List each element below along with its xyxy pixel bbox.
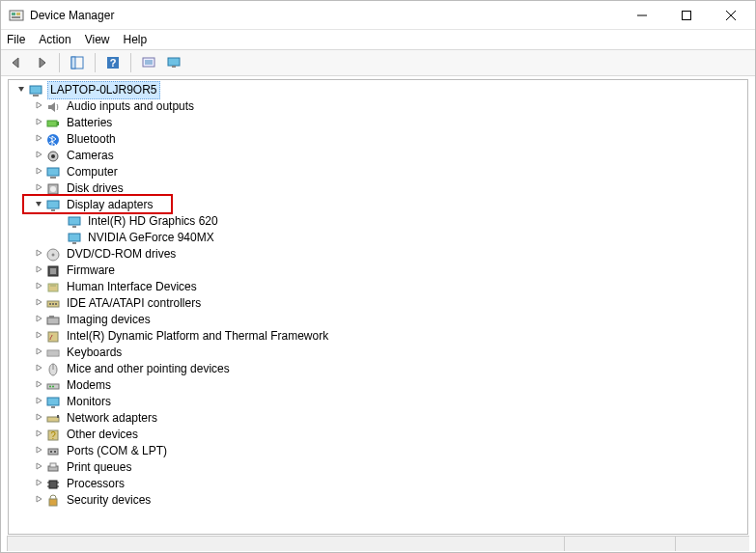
tree-item-battery[interactable]: Batteries (13, 115, 747, 131)
tree-item-network[interactable]: Network adapters (13, 410, 747, 427)
expand-icon[interactable] (32, 279, 45, 295)
expand-icon[interactable] (32, 164, 45, 180)
svg-rect-16 (30, 86, 42, 94)
expand-icon[interactable] (32, 295, 45, 312)
expand-icon[interactable] (32, 476, 45, 492)
expand-icon[interactable] (32, 459, 45, 476)
svg-point-41 (52, 303, 54, 305)
menu-help[interactable]: Help (124, 33, 148, 46)
tree-item-other[interactable]: ?Other devices (13, 427, 747, 443)
tree-item-printer[interactable]: Print queues (13, 459, 747, 476)
svg-rect-60 (48, 449, 58, 455)
svg-point-20 (47, 134, 59, 146)
expand-icon[interactable] (32, 410, 45, 427)
expand-icon[interactable] (32, 98, 45, 115)
expand-icon[interactable] (32, 443, 45, 459)
help-button[interactable]: ? (101, 52, 125, 73)
svg-point-22 (51, 154, 55, 158)
svg-rect-45 (48, 332, 58, 342)
collapse-icon[interactable] (32, 197, 45, 213)
tree-item-imaging[interactable]: Imaging devices (13, 312, 747, 328)
tree-item-label: Ports (COM & LPT) (65, 443, 169, 459)
tree-item-bluetooth[interactable]: Bluetooth (13, 131, 747, 148)
tree-item-audio[interactable]: Audio inputs and outputs (13, 98, 747, 115)
tree-item-port[interactable]: Ports (COM & LPT) (13, 443, 747, 459)
window-controls (620, 2, 753, 29)
svg-rect-2 (16, 13, 20, 15)
tree-item-thermal[interactable]: Intel(R) Dynamic Platform and Thermal Fr… (13, 328, 747, 345)
svg-rect-44 (49, 316, 54, 318)
tree-item-monitor[interactable]: Monitors (13, 394, 747, 410)
expand-icon[interactable] (32, 263, 45, 279)
tree-item-keyboard[interactable]: Keyboards (13, 345, 747, 361)
expand-icon[interactable] (32, 312, 45, 328)
expand-icon[interactable] (32, 148, 45, 164)
tree-item-camera[interactable]: Cameras (13, 148, 747, 164)
tree-item-mouse[interactable]: Mice and other pointing devices (13, 361, 747, 377)
expand-icon[interactable] (32, 180, 45, 197)
menu-file[interactable]: File (7, 33, 25, 46)
expand-icon[interactable] (32, 377, 45, 394)
tree-item-disk[interactable]: Disk drives (13, 180, 747, 197)
tree-item-computer[interactable]: Computer (13, 164, 747, 180)
expand-icon[interactable] (32, 345, 45, 361)
tree-item-label: Audio inputs and outputs (65, 98, 196, 115)
tree-item-label: Disk drives (65, 180, 126, 197)
expand-icon[interactable] (32, 115, 45, 131)
close-button[interactable] (709, 2, 753, 29)
svg-rect-57 (57, 415, 59, 418)
menubar: File Action View Help (1, 30, 755, 49)
minimize-button[interactable] (620, 2, 664, 29)
tree-item-label: Intel(R) Dynamic Platform and Thermal Fr… (65, 328, 330, 345)
svg-rect-5 (683, 11, 691, 19)
expand-icon[interactable] (32, 492, 45, 509)
svg-rect-24 (50, 177, 56, 179)
svg-point-61 (50, 451, 52, 453)
svg-point-34 (52, 253, 55, 256)
tree-item-dvd[interactable]: DVD/CD-ROM drives (13, 246, 747, 263)
back-button[interactable] (5, 52, 28, 73)
tree-item-cpu[interactable]: Processors (13, 476, 747, 492)
display-icon (67, 231, 82, 246)
tree-child-item[interactable]: NVIDIA GeForce 940MX (13, 230, 747, 246)
tree-item-ide[interactable]: IDE ATA/ATAPI controllers (13, 295, 747, 312)
menu-view[interactable]: View (85, 33, 110, 46)
svg-rect-32 (72, 242, 76, 244)
scan-hardware-button[interactable] (137, 52, 160, 73)
device-tree[interactable]: LAPTOP-0LJR9OR5Audio inputs and outputsB… (9, 80, 747, 534)
device-tree-pane: LAPTOP-0LJR9OR5Audio inputs and outputsB… (8, 79, 748, 535)
tree-item-firmware[interactable]: Firmware (13, 263, 747, 279)
bluetooth-icon (45, 132, 61, 148)
menu-action[interactable]: Action (39, 33, 70, 46)
expand-icon[interactable] (32, 328, 45, 345)
show-hide-tree-button[interactable] (66, 52, 89, 73)
camera-icon (45, 149, 61, 164)
expand-icon[interactable] (32, 361, 45, 377)
svg-point-40 (49, 303, 51, 305)
tree-item-display[interactable]: Display adapters (13, 197, 747, 213)
collapse-icon[interactable] (14, 82, 28, 98)
tree-item-hid[interactable]: Human Interface Devices (13, 279, 747, 295)
display-icon (67, 214, 82, 230)
tree-item-label: Display adapters (65, 197, 154, 213)
svg-rect-15 (172, 66, 176, 68)
view-devices-button[interactable] (162, 52, 185, 73)
toolbar: ? (1, 49, 755, 76)
expand-icon[interactable] (32, 394, 45, 410)
tree-item-label: Monitors (65, 394, 113, 410)
tree-item-security[interactable]: Security devices (13, 492, 747, 509)
svg-point-42 (55, 303, 57, 305)
tree-item-label: Firmware (65, 263, 117, 279)
tree-item-label: Other devices (65, 427, 140, 443)
tree-child-item[interactable]: Intel(R) HD Graphics 620 (13, 213, 747, 230)
expand-icon[interactable] (32, 131, 45, 148)
tree-item-label: Intel(R) HD Graphics 620 (86, 213, 220, 230)
tree-root[interactable]: LAPTOP-0LJR9OR5 (13, 82, 747, 98)
forward-button[interactable] (30, 52, 53, 73)
toolbar-separator (95, 53, 96, 72)
tree-item-modem[interactable]: Modems (13, 377, 747, 394)
maximize-button[interactable] (664, 2, 709, 29)
expand-icon[interactable] (32, 246, 45, 263)
expand-icon[interactable] (32, 427, 45, 443)
statusbar (7, 536, 749, 551)
